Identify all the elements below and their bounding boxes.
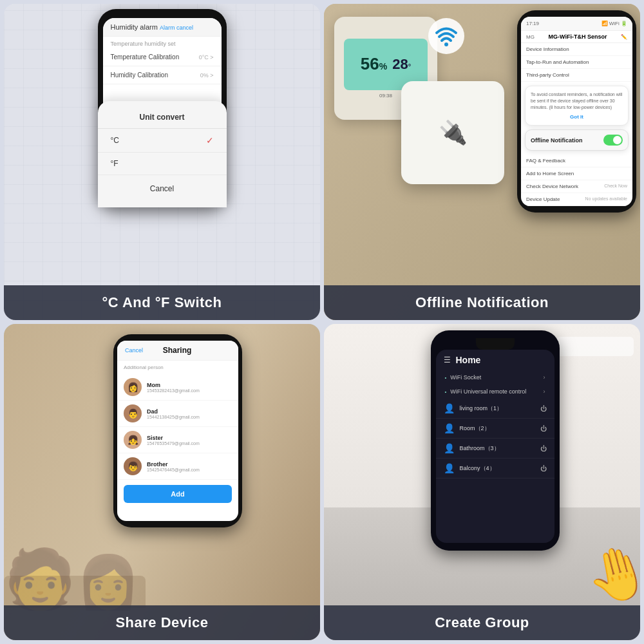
home-title: Home bbox=[456, 355, 481, 365]
dad-name: Dad bbox=[147, 408, 232, 415]
person-icon-1: 👤 bbox=[444, 403, 455, 413]
power-icon-4: ⏻ bbox=[540, 465, 547, 472]
room-room2[interactable]: 👤 Room（2） ⏻ bbox=[436, 419, 554, 439]
c2-device-info[interactable]: Device Information bbox=[521, 43, 632, 56]
mom-email: 15453282413@gmail.com bbox=[147, 388, 232, 393]
temp-calibration-row: Temperature Calibration 0°C > bbox=[103, 48, 222, 66]
phone-screen-celsius: Humidity alarm Alarm cancel Temperature … bbox=[103, 18, 222, 198]
sharing-cancel-btn[interactable]: Cancel bbox=[125, 347, 143, 354]
arrow-icon-2: › bbox=[544, 388, 545, 395]
celsius-option[interactable]: °C ✓ bbox=[103, 129, 222, 153]
brother-name: Brother bbox=[147, 461, 232, 468]
unit-cancel-btn[interactable]: Cancel bbox=[103, 178, 222, 198]
c2-third-party[interactable]: Third-party Control bbox=[521, 69, 632, 82]
living-room-label: living room（1） bbox=[460, 404, 535, 413]
room-living-room[interactable]: 👤 living room（1） ⏻ bbox=[436, 399, 554, 419]
wifi-remote-label: WiFi Universal remote control bbox=[450, 388, 526, 395]
phone-notch bbox=[476, 338, 515, 350]
cell2-phone-screen: 17:19 📶 WiFi 🔋 MG MG-WiFi-T&H Sensor ✏️ … bbox=[521, 17, 632, 206]
wifi-remote-item[interactable]: • WiFi Universal remote control › bbox=[436, 384, 554, 399]
sharing-screen: Cancel Sharing Additional person 👩 Mom 1… bbox=[117, 341, 238, 521]
svg-point-0 bbox=[428, 18, 464, 54]
offline-toggle[interactable] bbox=[603, 135, 623, 146]
group-screen: ☰ Home • WiFi Socket › • WiFi Universal … bbox=[436, 350, 554, 543]
wifi-socket-label: WiFi Socket bbox=[450, 374, 481, 381]
main-grid: Humidity alarm Alarm cancel Temperature … bbox=[0, 0, 644, 644]
sharing-person-dad: 👨 Dad 15442138425@gmail.com bbox=[117, 401, 238, 427]
power-icon-3: ⏻ bbox=[540, 445, 547, 452]
sharing-title-text: Sharing bbox=[163, 346, 192, 355]
temp-humidity-section: Temperature humidity set bbox=[103, 37, 222, 48]
hamburger-icon[interactable]: ☰ bbox=[444, 355, 451, 365]
additional-person-label: Additional person bbox=[117, 361, 238, 374]
phone-offline: 17:19 📶 WiFi 🔋 MG MG-WiFi-T&H Sensor ✏️ … bbox=[517, 10, 636, 213]
c2-tap-run[interactable]: Tap-to-Run and Automation bbox=[521, 56, 632, 69]
check-network-row[interactable]: Check Device Network Check Now bbox=[521, 180, 632, 193]
device-name-label: MG-WiFi-T&H Sensor bbox=[548, 33, 607, 40]
socket-icon: 🔌 bbox=[439, 119, 468, 146]
unit-convert-modal[interactable]: Unit convert °C ✓ °F Cancel bbox=[103, 101, 222, 198]
mom-info: Mom 15453282413@gmail.com bbox=[147, 382, 232, 393]
offline-overlay-text: To avoid constant reminders, a notificat… bbox=[531, 91, 623, 110]
got-it-button[interactable]: Got It bbox=[570, 114, 583, 120]
temp-reading: 28° bbox=[392, 56, 411, 73]
sister-name: Sister bbox=[147, 435, 232, 441]
dad-avatar: 👨 bbox=[124, 404, 142, 422]
sofa-decoration bbox=[4, 576, 146, 608]
fahrenheit-option[interactable]: °F bbox=[103, 153, 222, 175]
c2-device-header: MG MG-WiFi-T&H Sensor ✏️ bbox=[521, 31, 632, 43]
humidity-reading: 56% bbox=[361, 54, 387, 74]
dad-emoji: 👨 bbox=[128, 408, 138, 419]
sister-email: 15476535479@gmail.com bbox=[147, 441, 232, 446]
person-icon-2: 👤 bbox=[444, 423, 455, 433]
brother-email: 15425476445@gmail.com bbox=[147, 468, 232, 472]
svg-point-1 bbox=[444, 43, 448, 46]
c2-time: 17:19 bbox=[526, 21, 539, 26]
no-updates-value: No updates available bbox=[585, 196, 627, 202]
humidity-calibration-value: 0% > bbox=[200, 72, 214, 79]
ac-unit bbox=[556, 337, 634, 356]
temp-calibration-label: Temperature Calibration bbox=[111, 53, 180, 61]
sister-info: Sister 15476535479@gmail.com bbox=[147, 435, 232, 446]
humidity-alarm-label: Humidity alarm bbox=[111, 23, 158, 31]
power-icon-2: ⏻ bbox=[540, 425, 547, 432]
edit-icon: ✏️ bbox=[621, 34, 627, 40]
phone-header-row: Humidity alarm Alarm cancel bbox=[103, 18, 222, 37]
faq-feedback-row[interactable]: FAQ & Feedback bbox=[521, 155, 632, 167]
bathroom-label: Bathroom（3） bbox=[460, 444, 535, 453]
add-home-screen-row[interactable]: Add to Home Screen bbox=[521, 167, 632, 180]
offline-overlay: To avoid constant reminders, a notificat… bbox=[525, 86, 629, 126]
room-balcony[interactable]: 👤 Balcony（4） ⏻ bbox=[436, 459, 554, 478]
power-icon-1: ⏻ bbox=[540, 405, 547, 412]
mom-name: Mom bbox=[147, 382, 232, 388]
offline-notification-bar: Offline Notification bbox=[525, 129, 629, 151]
fahrenheit-label: °F bbox=[111, 159, 118, 168]
group-app-header: ☰ Home bbox=[436, 350, 554, 370]
cell2-label: Offline Notification bbox=[324, 285, 640, 320]
offline-notif-label: Offline Notification bbox=[531, 137, 583, 144]
sensor-time: 09:38 bbox=[379, 93, 392, 99]
device-update-row[interactable]: Device Update No updates available bbox=[521, 193, 632, 206]
sharing-header: Cancel Sharing bbox=[117, 341, 238, 361]
sister-avatar: 👧 bbox=[124, 431, 142, 449]
dad-info: Dad 15442138425@gmail.com bbox=[147, 408, 232, 419]
brother-info: Brother 15425476445@gmail.com bbox=[147, 461, 232, 472]
balcony-label: Balcony（4） bbox=[460, 464, 535, 473]
wifi-socket-item[interactable]: • WiFi Socket › bbox=[436, 370, 554, 384]
add-person-button[interactable]: Add bbox=[124, 485, 232, 503]
temp-calibration-value: 0°C > bbox=[199, 54, 214, 61]
check-network-label: Check Device Network bbox=[526, 184, 578, 189]
mom-emoji: 👩 bbox=[128, 382, 138, 392]
room2-label: Room（2） bbox=[460, 424, 535, 433]
dad-email: 15442138425@gmail.com bbox=[147, 415, 232, 419]
arrow-icon-1: › bbox=[544, 374, 545, 381]
c2-status-bar: 17:19 📶 WiFi 🔋 bbox=[521, 17, 632, 31]
cell3-label: Share Device bbox=[4, 605, 320, 640]
sister-emoji: 👧 bbox=[128, 435, 138, 445]
unit-convert-title: Unit convert bbox=[103, 109, 222, 129]
phone-sharing: Cancel Sharing Additional person 👩 Mom 1… bbox=[113, 334, 242, 527]
room-bathroom[interactable]: 👤 Bathroom（3） ⏻ bbox=[436, 439, 554, 459]
humidity-calibration-row: Humidity Calibration 0% > bbox=[103, 66, 222, 84]
dot-icon-2: • bbox=[445, 389, 447, 395]
dot-icon: • bbox=[445, 375, 447, 381]
